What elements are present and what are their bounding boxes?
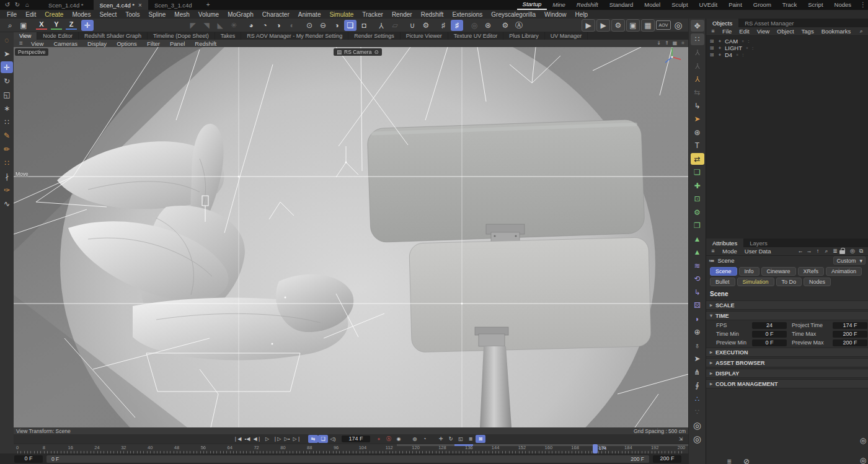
menu-item[interactable]: Tracker [358,11,388,18]
section-asset-browser[interactable]: ▸ASSET BROWSER [706,358,868,367]
picture-icon[interactable]: ▦ [641,19,655,32]
tab-redshift-shader-graph[interactable]: Redshift Shader Graph [79,32,148,40]
search-icon[interactable]: ⌕ [857,28,866,35]
text-tool-icon[interactable]: T [691,140,704,152]
prev-key-button[interactable]: •◀ [242,435,252,443]
model-mode-icon[interactable]: ❏ [344,20,356,31]
menu-item[interactable]: Spline [144,11,170,18]
menu-item[interactable]: Volume [194,11,223,18]
dock-down-icon[interactable]: ⇓ [655,40,663,47]
vp-menu-panel[interactable]: Panel [165,40,190,47]
layout-tab-standard[interactable]: Standard [604,1,639,9]
preset-dropdown[interactable]: Custom ▾ [833,256,866,265]
attributes-hamburger-icon[interactable]: ≡ [709,248,717,255]
layout-tab-model[interactable]: Model [639,1,666,9]
time-field[interactable]: 174 F [833,322,867,329]
vp-menu-display[interactable]: Display [82,40,112,47]
attr-menu-mode[interactable]: Mode [719,248,741,255]
sphere-mode-icon[interactable]: ◑ [272,20,285,31]
triangle-play-icon[interactable]: ▲ [691,233,704,245]
viewport-canvas[interactable] [14,47,688,427]
visibility-dots-icon[interactable]: : [742,52,743,58]
sound-toggle[interactable]: ◁) [328,435,338,443]
object-row-cam[interactable]: ⊞ ⌖ CAM ▫ : [709,38,868,45]
chip-todo[interactable]: To Do [776,278,802,286]
tab-takes[interactable]: Takes [215,32,242,40]
menu-icon[interactable]: ≡ [723,456,735,464]
layout-tab-sculpt[interactable]: Sculpt [666,1,693,9]
layout-overflow-icon[interactable]: ⋮ [858,1,868,9]
expand-icon[interactable]: ⊞ [709,45,715,51]
object-row-light[interactable]: ⊞ ⌖ LIGHT ▫ : [709,45,868,51]
particles-icon[interactable]: ∷ [691,33,704,45]
object-name[interactable]: LIGHT [725,45,742,51]
tab-timeline[interactable]: Timeline (Dope Sheet) [148,32,215,40]
snap-magnet-icon[interactable]: ∪ [406,20,418,31]
axis-x-toggle[interactable]: X [36,20,47,30]
search-icon[interactable]: ⌕ [4,20,16,31]
paperclip-icon[interactable]: ∮ [691,380,704,392]
current-frame-field[interactable]: 174 F [342,436,370,442]
tab-layers[interactable]: Layers [743,239,774,247]
clover-icon[interactable]: ✚ [691,180,704,191]
object-row-d4[interactable]: ⊞ ⌖ D4 ▫ : [709,51,868,58]
home-icon[interactable]: ⌂ [22,1,32,9]
range-start-field[interactable]: 0 F [14,455,43,463]
chip-simulation[interactable]: Simulation [737,278,774,286]
gsg-circle-icon[interactable]: ◎ [691,419,704,431]
cube-icon[interactable]: ❏ [691,167,704,178]
tab-attributes[interactable]: Attributes [706,239,743,247]
key-selection-icon[interactable]: ◔ [420,435,430,443]
axis-z-toggle[interactable]: Z [66,20,77,30]
spiral-icon[interactable]: ⟲ [691,273,704,285]
object-name[interactable]: D4 [725,51,732,58]
points-mode-icon[interactable]: ⊙ [303,20,316,31]
doc-tab-scen4[interactable]: Scen_4.c4d * × [94,0,148,10]
circle-box-icon[interactable]: ⊡ [691,193,704,205]
new-tab-button[interactable]: + [203,1,213,9]
layout-tab-redshift[interactable]: Redshift [571,1,604,9]
section-color-management[interactable]: ▸COLOR MANAGEMENT [706,379,868,388]
time-field[interactable]: 0 F [752,339,787,346]
key-pla-icon[interactable]: ⊠ [476,435,485,443]
dots-faded-icon[interactable]: ∵ [691,406,704,418]
sphere-mode-icon[interactable]: ◔ [259,20,271,31]
range-end-field[interactable]: 200 F [653,455,681,463]
menu-item[interactable]: Tools [121,11,144,18]
menu-item[interactable]: File [2,11,21,18]
menu-item[interactable]: Modes [68,11,95,18]
pick-icon[interactable]: ➤ [691,113,704,125]
sphere-mode-icon[interactable]: ◐ [286,20,298,31]
field-icon[interactable]: ◗ [691,313,704,325]
layout-tab-nodes[interactable]: Nodes [829,1,857,9]
texture-mode-icon[interactable]: ◘ [358,20,370,31]
section-display[interactable]: ▸DISPLAY [706,369,868,378]
tab-node-editor[interactable]: Node Editor [37,32,79,40]
gsg-circle-icon[interactable]: ◎ [857,435,868,446]
measure-tool-icon[interactable]: ✑ [1,184,13,196]
key-rotate-icon[interactable]: ↻ [446,435,456,443]
playhead[interactable]: 174 [593,444,598,453]
layout-tab-uvedit[interactable]: UVEdit [694,1,724,9]
move-tool-icon[interactable]: ✛ [1,61,13,73]
chip-animation[interactable]: Animation [826,267,862,276]
tab-texture-uv-editor[interactable]: Texture UV Editor [448,32,504,40]
vp-menu-options[interactable]: Options [112,40,142,47]
chip-nodes[interactable]: Nodes [804,278,831,286]
play-button[interactable]: ▷ [262,435,272,443]
popout-icon[interactable]: ⧉ [857,248,866,255]
gear-icon[interactable]: ⚙ [691,206,704,218]
branch-icon[interactable]: Y [691,46,704,58]
molecule-icon[interactable]: ∴ [691,393,704,405]
next-frame-button[interactable]: ❘▷ [272,435,282,443]
tab-objects[interactable]: Objects [706,19,738,27]
render-settings-button[interactable]: ⚙ [611,19,625,32]
camera-target-icon[interactable]: ⊙ [374,49,378,55]
objects-menu-view[interactable]: View [753,28,773,35]
hierarchy-icon[interactable]: Y [375,20,388,31]
menu-item[interactable]: Create [40,11,68,18]
disable-icon[interactable]: ⊘ [740,456,753,464]
gizmo-toggle[interactable]: ✛ [81,20,94,31]
expand-icon[interactable]: ⊞ [709,52,715,58]
knife-tool-icon[interactable]: ∤ [1,170,13,182]
